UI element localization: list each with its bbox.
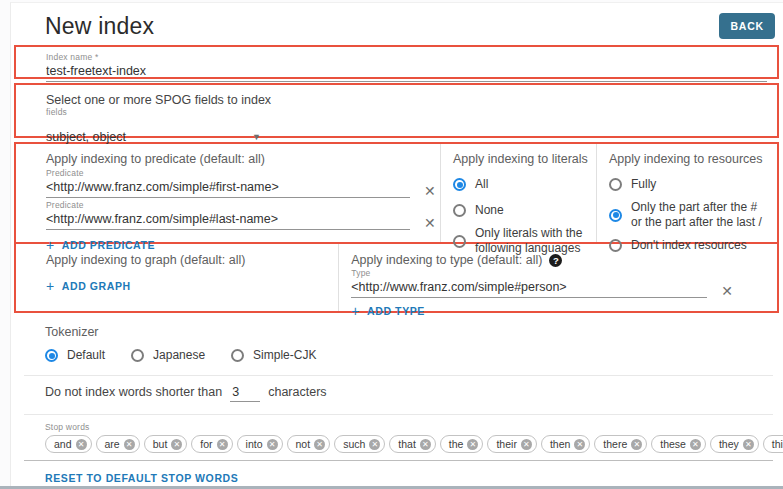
min-word-text-after: characters <box>268 385 326 399</box>
tokenizer-option-simple-cjk[interactable]: Simple-CJK <box>231 348 316 363</box>
remove-chip-icon[interactable]: ✕ <box>420 439 431 450</box>
back-button[interactable]: BACK <box>719 13 775 39</box>
tokenizer-option-default[interactable]: Default <box>45 348 105 363</box>
predicate-input-2[interactable] <box>46 210 410 230</box>
remove-chip-icon[interactable]: ✕ <box>314 439 325 450</box>
remove-predicate-icon[interactable]: ✕ <box>424 184 436 198</box>
new-index-page: New index BACK Index name * Select one o… <box>10 2 783 486</box>
remove-chip-icon[interactable]: ✕ <box>467 439 478 450</box>
spog-fields-value: subject, object <box>46 130 126 144</box>
chip-label: they <box>719 438 739 450</box>
radio-icon <box>609 178 622 191</box>
radio-option-label: All <box>475 177 488 192</box>
reset-stop-words-button[interactable]: RESET TO DEFAULT STOP WORDS <box>45 472 238 484</box>
min-word-length-input[interactable] <box>230 385 260 402</box>
type-column: Apply indexing to type (default: all) ? … <box>338 244 777 311</box>
add-graph-button[interactable]: + ADD GRAPH <box>46 280 131 292</box>
plus-icon: + <box>351 306 360 316</box>
tokenizer-option-japanese[interactable]: Japanese <box>131 348 205 363</box>
chip-label: for <box>200 438 212 450</box>
radio-icon <box>45 349 58 362</box>
spog-title: Select one or more SPOG fields to index <box>46 93 767 107</box>
remove-chip-icon[interactable]: ✕ <box>743 439 754 450</box>
chip-label: are <box>105 438 120 450</box>
add-type-label: ADD TYPE <box>367 305 425 317</box>
radio-icon <box>609 239 622 252</box>
predicate-section-title: Apply indexing to predicate (default: al… <box>46 152 426 166</box>
predicate-field-label: Predicate <box>46 200 410 210</box>
radio-option-label: Only the part after the # or the part af… <box>631 200 771 230</box>
min-word-text-before: Do not index words shorter than <box>45 385 222 399</box>
type-input[interactable] <box>351 278 707 298</box>
radio-option-label: Japanese <box>153 348 205 363</box>
resources-option-fully[interactable]: Fully <box>609 177 771 192</box>
radio-icon <box>453 235 466 248</box>
stop-word-chip: not✕ <box>287 435 331 453</box>
remove-chip-icon[interactable]: ✕ <box>369 439 380 450</box>
chip-label: their <box>496 438 516 450</box>
stop-words-underline <box>24 460 773 461</box>
stop-word-chip: for✕ <box>191 435 232 453</box>
indexing-options-section: Apply indexing to predicate (default: al… <box>14 142 779 244</box>
stop-word-chip: these✕ <box>651 435 706 453</box>
radio-option-label: Fully <box>631 177 656 192</box>
help-icon[interactable]: ? <box>549 254 562 267</box>
stop-word-chip: there✕ <box>594 435 647 453</box>
radio-icon <box>609 209 622 222</box>
predicate-item: Predicate ✕ <box>46 168 426 198</box>
chip-label: not <box>296 438 311 450</box>
literals-column: Apply indexing to literals All None Only… <box>440 144 596 242</box>
tokenizer-section: Tokenizer Default Japanese Simple-CJK <box>11 317 783 363</box>
chip-label: and <box>54 438 72 450</box>
remove-type-icon[interactable]: ✕ <box>721 284 733 298</box>
remove-chip-icon[interactable]: ✕ <box>574 439 585 450</box>
remove-chip-icon[interactable]: ✕ <box>217 439 228 450</box>
resources-column: Apply indexing to resources Fully Only t… <box>596 144 777 242</box>
stop-word-chip: the✕ <box>440 435 484 453</box>
resources-section-title: Apply indexing to resources <box>609 152 771 166</box>
add-graph-label: ADD GRAPH <box>62 280 131 292</box>
remove-chip-icon[interactable]: ✕ <box>76 439 87 450</box>
stop-words-chips: and✕ are✕ but✕ for✕ into✕ not✕ such✕ tha… <box>45 435 773 453</box>
stop-word-chip: are✕ <box>96 435 140 453</box>
graph-column: Apply indexing to graph (default: all) +… <box>16 244 338 311</box>
remove-predicate-icon[interactable]: ✕ <box>424 216 436 230</box>
predicate-input-1[interactable] <box>46 178 410 198</box>
stop-word-chip: their✕ <box>487 435 536 453</box>
graph-type-section: Apply indexing to graph (default: all) +… <box>14 244 779 313</box>
stop-words-section: Stop words and✕ are✕ but✕ for✕ into✕ not… <box>11 415 783 453</box>
stop-word-chip: and✕ <box>45 435 92 453</box>
radio-icon <box>131 349 144 362</box>
index-name-input[interactable] <box>46 62 767 82</box>
remove-chip-icon[interactable]: ✕ <box>171 439 182 450</box>
add-type-button[interactable]: + ADD TYPE <box>351 305 425 317</box>
stop-word-chip: this✕ <box>763 435 783 453</box>
chip-label: but <box>153 438 168 450</box>
chip-label: there <box>603 438 627 450</box>
stop-word-chip: such✕ <box>334 435 385 453</box>
remove-chip-icon[interactable]: ✕ <box>521 439 532 450</box>
page-header: New index BACK <box>11 3 783 45</box>
chip-label: the <box>449 438 464 450</box>
resources-option-part[interactable]: Only the part after the # or the part af… <box>609 200 771 230</box>
tokenizer-label: Tokenizer <box>45 325 773 339</box>
type-item: Type ✕ <box>351 268 767 298</box>
literals-option-none[interactable]: None <box>453 203 588 218</box>
remove-chip-icon[interactable]: ✕ <box>267 439 278 450</box>
dropdown-caret-icon: ▼ <box>252 132 261 142</box>
stop-word-chip: then✕ <box>541 435 590 453</box>
type-field-label: Type <box>351 268 707 278</box>
radio-option-label: Default <box>67 348 105 363</box>
stop-word-chip: but✕ <box>144 435 188 453</box>
remove-chip-icon[interactable]: ✕ <box>631 439 642 450</box>
remove-chip-icon[interactable]: ✕ <box>124 439 135 450</box>
index-name-section: Index name * <box>14 45 779 79</box>
remove-chip-icon[interactable]: ✕ <box>690 439 701 450</box>
radio-icon <box>231 349 244 362</box>
literals-option-all[interactable]: All <box>453 177 588 192</box>
radio-icon <box>453 178 466 191</box>
chip-label: such <box>343 438 365 450</box>
radio-icon <box>453 204 466 217</box>
type-section-title: Apply indexing to type (default: all) <box>351 253 542 267</box>
literals-section-title: Apply indexing to literals <box>453 152 588 166</box>
